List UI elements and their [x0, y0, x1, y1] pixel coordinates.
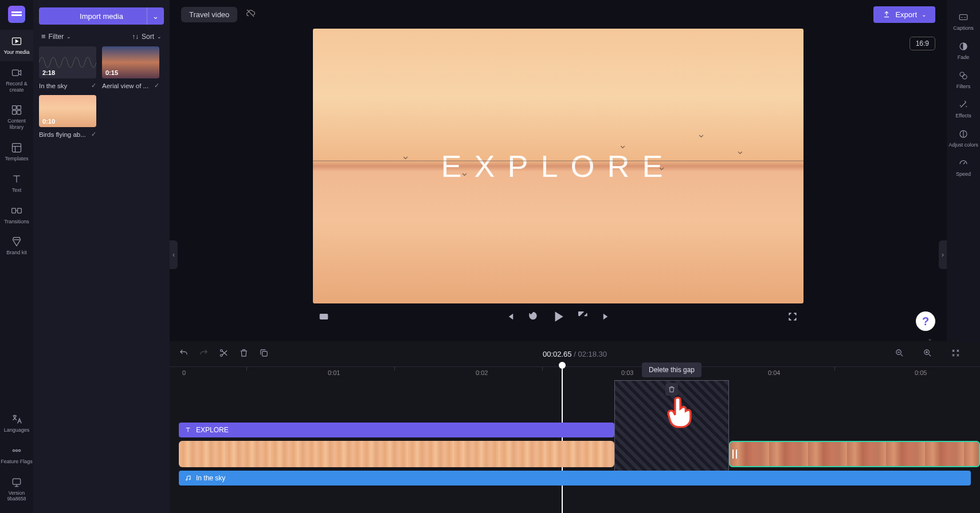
- app-logo[interactable]: [8, 6, 25, 23]
- help-button[interactable]: ?: [916, 311, 935, 331]
- prev-frame-button[interactable]: [505, 311, 515, 324]
- playhead[interactable]: [562, 366, 563, 513]
- hide-overlays-button[interactable]: [319, 311, 329, 324]
- filters-icon: [958, 70, 969, 82]
- play-button[interactable]: [551, 309, 566, 326]
- svg-rect-7: [12, 208, 16, 212]
- preview-video[interactable]: ⌄ ⌄ ⌄ ⌄ ⌄ ⌄ EXPLORE: [313, 29, 803, 303]
- timeline-ruler[interactable]: 0 0:01 0:02 0:03 0:04 0:05: [170, 366, 980, 380]
- svg-point-16: [963, 75, 967, 80]
- gap-tooltip: Delete this gap: [642, 362, 701, 377]
- right-item-speed[interactable]: Speed: [947, 153, 980, 182]
- right-item-filters[interactable]: Filters: [947, 65, 980, 94]
- sidebar-item-version[interactable]: Version 9ba8658: [0, 471, 33, 507]
- preview-area: 16:9 ⌄ ⌄ ⌄ ⌄ ⌄ ⌄ EXPLORE: [170, 29, 947, 341]
- languages-icon: [11, 413, 22, 425]
- export-button[interactable]: Export ⌄: [873, 6, 935, 23]
- topbar: Travel video Export ⌄: [170, 0, 947, 29]
- timeline: 00:02.65 / 02:18.30 0 0:01 0:02 0:03 0:0…: [170, 341, 980, 513]
- import-dropdown-toggle[interactable]: ⌄: [147, 7, 164, 25]
- redo-button[interactable]: [199, 348, 209, 360]
- gap-region[interactable]: Delete this gap: [614, 380, 729, 478]
- sidebar-item-transitions[interactable]: Transitions: [0, 199, 33, 231]
- check-icon: ✓: [91, 82, 96, 89]
- svg-rect-5: [17, 111, 21, 115]
- video-track-clip-1[interactable]: [179, 441, 614, 467]
- collapse-left-button[interactable]: ‹: [170, 240, 178, 269]
- preview-controls: [313, 303, 803, 332]
- zoom-out-button[interactable]: [895, 348, 904, 360]
- chevron-down-icon: ⌄: [922, 11, 926, 18]
- check-icon: ✓: [91, 131, 96, 138]
- import-media-button[interactable]: Import media ⌄: [39, 7, 164, 25]
- media-item-birds[interactable]: 0:10 Birds flying ab...✓: [39, 95, 96, 138]
- aspect-ratio-button[interactable]: 16:9: [910, 37, 935, 50]
- sidebar-item-languages[interactable]: Languages: [0, 408, 33, 439]
- sidebar-item-feature-flags[interactable]: Feature Flags: [0, 439, 33, 471]
- skip-forward-button[interactable]: [578, 311, 589, 324]
- split-button[interactable]: [219, 348, 229, 360]
- right-item-captions[interactable]: Captions: [947, 7, 980, 36]
- svg-rect-12: [13, 479, 20, 484]
- svg-rect-13: [959, 15, 967, 20]
- video-track-clip-2[interactable]: [729, 441, 980, 467]
- timeline-tracks: Delete this gap EXPLORE In the sky: [170, 380, 980, 513]
- cloud-off-icon[interactable]: [245, 8, 256, 21]
- fullscreen-button[interactable]: [787, 311, 798, 324]
- sidebar-item-your-media[interactable]: Your media: [0, 30, 33, 61]
- media-item-aerial[interactable]: 0:15 Aerial view of ...✓: [102, 46, 159, 89]
- flags-icon: [11, 445, 22, 456]
- sort-button[interactable]: ↑↓Sort⌄: [132, 32, 162, 41]
- sidebar-item-text[interactable]: Text: [0, 168, 33, 199]
- audio-track-clip[interactable]: In the sky: [179, 471, 971, 486]
- content-library-icon: [11, 104, 22, 116]
- zoom-in-button[interactable]: [923, 348, 932, 360]
- record-icon: [11, 67, 22, 78]
- timeline-toolbar: 00:02.65 / 02:18.30: [170, 341, 980, 366]
- overlay-text: EXPLORE: [441, 148, 675, 184]
- media-thumb: 0:10: [39, 95, 96, 127]
- svg-rect-6: [13, 143, 21, 152]
- effects-icon: [958, 100, 969, 111]
- svg-point-10: [15, 449, 17, 451]
- sidebar-item-templates[interactable]: Templates: [0, 136, 33, 168]
- text-icon: [11, 173, 22, 185]
- version-icon: [11, 476, 22, 488]
- fade-icon: [958, 41, 969, 53]
- svg-rect-2: [13, 106, 17, 110]
- text-icon: [185, 427, 191, 433]
- adjust-colors-icon: [958, 129, 969, 140]
- templates-icon: [11, 142, 22, 153]
- transitions-icon: [11, 205, 22, 216]
- next-frame-button[interactable]: [601, 311, 611, 324]
- delete-button[interactable]: [239, 348, 249, 360]
- svg-point-15: [960, 72, 965, 77]
- left-sidebar: Your media Record & create Content libra…: [0, 0, 33, 513]
- undo-button[interactable]: [179, 348, 189, 360]
- svg-point-9: [13, 449, 14, 451]
- sidebar-item-content-library[interactable]: Content library: [0, 98, 33, 136]
- filter-button[interactable]: ≡Filter⌄: [41, 32, 71, 41]
- brand-kit-icon: [11, 236, 22, 247]
- captions-icon: [958, 12, 969, 23]
- svg-point-11: [18, 449, 20, 451]
- right-item-adjust-colors[interactable]: Adjust colors: [947, 124, 980, 153]
- text-track-clip[interactable]: EXPLORE: [179, 423, 614, 437]
- collapse-right-button[interactable]: ›: [939, 240, 947, 269]
- right-item-effects[interactable]: Effects: [947, 94, 980, 124]
- duplicate-button[interactable]: [259, 348, 269, 360]
- media-item-audio[interactable]: 2:18 In the sky✓: [39, 46, 96, 89]
- sidebar-item-brand-kit[interactable]: Brand kit: [0, 230, 33, 262]
- svg-rect-1: [13, 70, 19, 76]
- skip-back-button[interactable]: [528, 311, 538, 324]
- cursor-hand-icon: [665, 393, 696, 429]
- delete-gap-button[interactable]: [665, 383, 678, 396]
- svg-point-24: [186, 479, 187, 480]
- right-item-fade[interactable]: Fade: [947, 36, 980, 65]
- sidebar-item-record-create[interactable]: Record & create: [0, 61, 33, 99]
- project-name-input[interactable]: Travel video: [181, 7, 237, 22]
- svg-rect-4: [13, 111, 17, 115]
- zoom-fit-button[interactable]: [951, 348, 961, 360]
- media-thumb: 0:15: [102, 46, 159, 78]
- check-icon: ✓: [154, 82, 159, 89]
